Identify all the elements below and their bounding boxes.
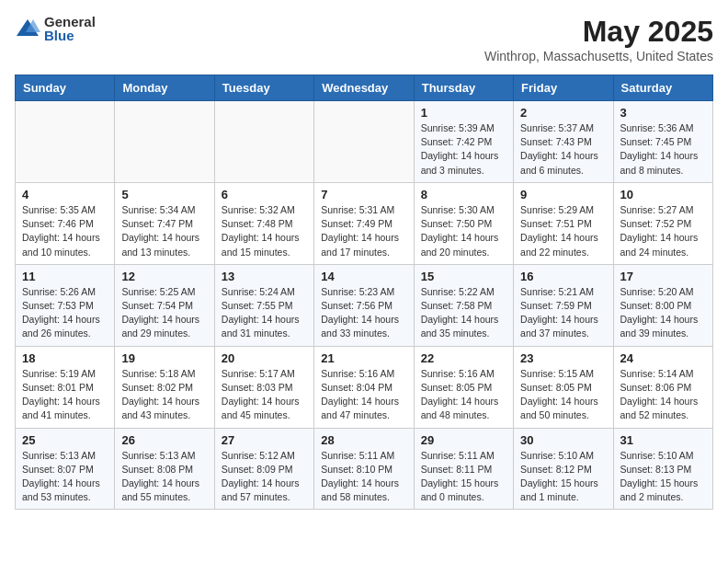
day-info: Sunrise: 5:24 AM Sunset: 7:55 PM Dayligh… xyxy=(222,285,307,341)
day-info: Sunrise: 5:14 AM Sunset: 8:06 PM Dayligh… xyxy=(620,367,706,423)
location-subtitle: Winthrop, Massachusetts, United States xyxy=(484,49,713,63)
calendar-cell: 17Sunrise: 5:20 AM Sunset: 8:00 PM Dayli… xyxy=(613,264,712,346)
day-info: Sunrise: 5:15 AM Sunset: 8:05 PM Dayligh… xyxy=(520,367,606,423)
calendar-cell: 16Sunrise: 5:21 AM Sunset: 7:59 PM Dayli… xyxy=(514,264,613,346)
calendar-cell: 1Sunrise: 5:39 AM Sunset: 7:42 PM Daylig… xyxy=(414,101,513,183)
calendar-cell: 24Sunrise: 5:14 AM Sunset: 8:06 PM Dayli… xyxy=(613,346,712,428)
day-info: Sunrise: 5:21 AM Sunset: 7:59 PM Dayligh… xyxy=(520,285,606,341)
day-info: Sunrise: 5:11 AM Sunset: 8:11 PM Dayligh… xyxy=(421,449,506,505)
calendar-week-row: 25Sunrise: 5:13 AM Sunset: 8:07 PM Dayli… xyxy=(16,428,713,510)
calendar-cell xyxy=(214,101,313,183)
day-info: Sunrise: 5:12 AM Sunset: 8:09 PM Dayligh… xyxy=(222,449,307,505)
calendar-cell: 5Sunrise: 5:34 AM Sunset: 7:47 PM Daylig… xyxy=(115,182,214,264)
weekday-header-monday: Monday xyxy=(115,75,214,101)
page-header: General Blue May 2025 Winthrop, Massachu… xyxy=(15,15,713,63)
weekday-header-wednesday: Wednesday xyxy=(314,75,414,101)
title-area: May 2025 Winthrop, Massachusetts, United… xyxy=(484,15,713,63)
calendar-week-row: 1Sunrise: 5:39 AM Sunset: 7:42 PM Daylig… xyxy=(16,101,713,183)
calendar-week-row: 4Sunrise: 5:35 AM Sunset: 7:46 PM Daylig… xyxy=(16,182,713,264)
weekday-header-thursday: Thursday xyxy=(414,75,513,101)
weekday-header-sunday: Sunday xyxy=(16,75,115,101)
day-info: Sunrise: 5:16 AM Sunset: 8:04 PM Dayligh… xyxy=(321,367,406,423)
calendar-cell xyxy=(115,101,214,183)
day-info: Sunrise: 5:13 AM Sunset: 8:07 PM Dayligh… xyxy=(22,449,108,505)
day-number: 2 xyxy=(520,106,606,120)
calendar-table: SundayMondayTuesdayWednesdayThursdayFrid… xyxy=(15,75,713,510)
calendar-cell: 13Sunrise: 5:24 AM Sunset: 7:55 PM Dayli… xyxy=(214,264,313,346)
day-number: 12 xyxy=(121,270,207,283)
day-number: 6 xyxy=(222,188,307,201)
day-number: 18 xyxy=(22,351,108,365)
calendar-cell: 19Sunrise: 5:18 AM Sunset: 8:02 PM Dayli… xyxy=(115,346,214,428)
calendar-cell xyxy=(314,101,414,183)
day-number: 14 xyxy=(321,270,406,283)
day-info: Sunrise: 5:34 AM Sunset: 7:47 PM Dayligh… xyxy=(121,203,207,259)
day-info: Sunrise: 5:39 AM Sunset: 7:42 PM Dayligh… xyxy=(421,121,506,178)
day-info: Sunrise: 5:29 AM Sunset: 7:51 PM Dayligh… xyxy=(520,203,606,259)
day-number: 15 xyxy=(421,270,506,283)
month-title: May 2025 xyxy=(484,15,713,49)
calendar-cell: 26Sunrise: 5:13 AM Sunset: 8:08 PM Dayli… xyxy=(115,428,214,510)
day-info: Sunrise: 5:36 AM Sunset: 7:45 PM Dayligh… xyxy=(620,121,706,178)
calendar-cell: 20Sunrise: 5:17 AM Sunset: 8:03 PM Dayli… xyxy=(214,346,313,428)
day-number: 19 xyxy=(121,351,207,365)
day-info: Sunrise: 5:11 AM Sunset: 8:10 PM Dayligh… xyxy=(321,449,406,505)
calendar-cell: 30Sunrise: 5:10 AM Sunset: 8:12 PM Dayli… xyxy=(514,428,613,510)
weekday-header-tuesday: Tuesday xyxy=(214,75,313,101)
logo-general-text: General xyxy=(44,15,96,29)
day-info: Sunrise: 5:25 AM Sunset: 7:54 PM Dayligh… xyxy=(121,285,207,341)
day-number: 28 xyxy=(321,433,406,447)
calendar-cell: 10Sunrise: 5:27 AM Sunset: 7:52 PM Dayli… xyxy=(613,182,712,264)
day-info: Sunrise: 5:19 AM Sunset: 8:01 PM Dayligh… xyxy=(22,367,108,423)
day-info: Sunrise: 5:26 AM Sunset: 7:53 PM Dayligh… xyxy=(22,285,108,341)
calendar-cell: 18Sunrise: 5:19 AM Sunset: 8:01 PM Dayli… xyxy=(16,346,115,428)
day-info: Sunrise: 5:27 AM Sunset: 7:52 PM Dayligh… xyxy=(620,203,706,259)
calendar-cell: 11Sunrise: 5:26 AM Sunset: 7:53 PM Dayli… xyxy=(16,264,115,346)
day-info: Sunrise: 5:30 AM Sunset: 7:50 PM Dayligh… xyxy=(421,203,506,259)
day-info: Sunrise: 5:23 AM Sunset: 7:56 PM Dayligh… xyxy=(321,285,406,341)
calendar-week-row: 11Sunrise: 5:26 AM Sunset: 7:53 PM Dayli… xyxy=(16,264,713,346)
calendar-cell: 25Sunrise: 5:13 AM Sunset: 8:07 PM Dayli… xyxy=(16,428,115,510)
day-number: 21 xyxy=(321,351,406,365)
day-number: 8 xyxy=(421,188,506,201)
day-number: 1 xyxy=(421,106,506,120)
calendar-cell: 8Sunrise: 5:30 AM Sunset: 7:50 PM Daylig… xyxy=(414,182,513,264)
calendar-cell: 14Sunrise: 5:23 AM Sunset: 7:56 PM Dayli… xyxy=(314,264,414,346)
calendar-cell: 28Sunrise: 5:11 AM Sunset: 8:10 PM Dayli… xyxy=(314,428,414,510)
day-info: Sunrise: 5:16 AM Sunset: 8:05 PM Dayligh… xyxy=(421,367,506,423)
weekday-header-row: SundayMondayTuesdayWednesdayThursdayFrid… xyxy=(16,75,713,101)
calendar-cell: 29Sunrise: 5:11 AM Sunset: 8:11 PM Dayli… xyxy=(414,428,513,510)
day-number: 25 xyxy=(22,433,108,447)
calendar-cell: 15Sunrise: 5:22 AM Sunset: 7:58 PM Dayli… xyxy=(414,264,513,346)
day-number: 13 xyxy=(222,270,307,283)
day-number: 17 xyxy=(620,270,706,283)
calendar-cell: 12Sunrise: 5:25 AM Sunset: 7:54 PM Dayli… xyxy=(115,264,214,346)
weekday-header-saturday: Saturday xyxy=(613,75,712,101)
day-number: 16 xyxy=(520,270,606,283)
day-number: 20 xyxy=(222,351,307,365)
day-info: Sunrise: 5:10 AM Sunset: 8:12 PM Dayligh… xyxy=(520,449,606,505)
day-number: 24 xyxy=(620,351,706,365)
day-number: 3 xyxy=(620,106,706,120)
day-number: 30 xyxy=(520,433,606,447)
calendar-cell: 23Sunrise: 5:15 AM Sunset: 8:05 PM Dayli… xyxy=(514,346,613,428)
day-number: 11 xyxy=(22,270,108,283)
day-info: Sunrise: 5:20 AM Sunset: 8:00 PM Dayligh… xyxy=(620,285,706,341)
calendar-cell: 31Sunrise: 5:10 AM Sunset: 8:13 PM Dayli… xyxy=(613,428,712,510)
calendar-cell: 3Sunrise: 5:36 AM Sunset: 7:45 PM Daylig… xyxy=(613,101,712,183)
calendar-cell: 27Sunrise: 5:12 AM Sunset: 8:09 PM Dayli… xyxy=(214,428,313,510)
day-number: 26 xyxy=(121,433,207,447)
day-info: Sunrise: 5:17 AM Sunset: 8:03 PM Dayligh… xyxy=(222,367,307,423)
day-number: 23 xyxy=(520,351,606,365)
calendar-week-row: 18Sunrise: 5:19 AM Sunset: 8:01 PM Dayli… xyxy=(16,346,713,428)
day-info: Sunrise: 5:10 AM Sunset: 8:13 PM Dayligh… xyxy=(620,449,706,505)
day-number: 10 xyxy=(620,188,706,201)
day-info: Sunrise: 5:35 AM Sunset: 7:46 PM Dayligh… xyxy=(22,203,108,259)
day-number: 5 xyxy=(121,188,207,201)
day-number: 9 xyxy=(520,188,606,201)
day-info: Sunrise: 5:31 AM Sunset: 7:49 PM Dayligh… xyxy=(321,203,406,259)
calendar-cell: 6Sunrise: 5:32 AM Sunset: 7:48 PM Daylig… xyxy=(214,182,313,264)
day-info: Sunrise: 5:13 AM Sunset: 8:08 PM Dayligh… xyxy=(121,449,207,505)
day-info: Sunrise: 5:37 AM Sunset: 7:43 PM Dayligh… xyxy=(520,121,606,178)
day-info: Sunrise: 5:22 AM Sunset: 7:58 PM Dayligh… xyxy=(421,285,506,341)
